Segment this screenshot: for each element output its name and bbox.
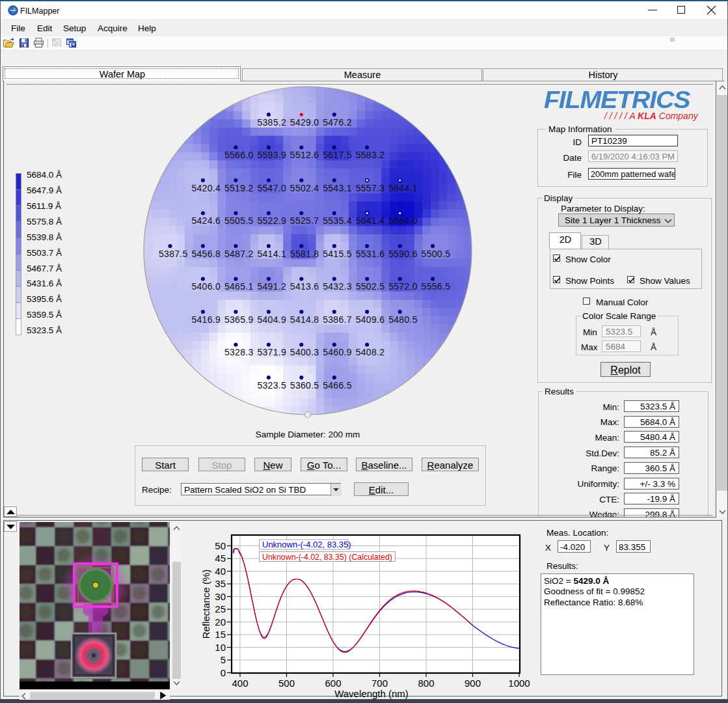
svg-text:Unknown-(-4.02, 83.35): Unknown-(-4.02, 83.35) [262, 540, 351, 549]
svg-text:0: 0 [221, 667, 226, 678]
svg-text:5: 5 [221, 654, 226, 665]
svg-text:45: 45 [215, 553, 226, 564]
svg-text:10: 10 [215, 642, 226, 653]
svg-text:30: 30 [215, 591, 226, 602]
svg-text:50: 50 [215, 540, 226, 551]
svg-text:1000: 1000 [508, 678, 530, 689]
svg-text:40: 40 [215, 566, 226, 577]
svg-text:500: 500 [278, 678, 295, 689]
svg-text:25: 25 [215, 603, 226, 614]
svg-text:35: 35 [215, 578, 226, 589]
svg-text:400: 400 [232, 678, 248, 689]
svg-text:600: 600 [325, 678, 341, 689]
svg-text:800: 800 [418, 678, 434, 689]
svg-text:20: 20 [215, 616, 226, 627]
svg-text:Unknown-(-4.02, 83.35) (Calcul: Unknown-(-4.02, 83.35) (Calculated) [262, 552, 392, 562]
svg-text:900: 900 [465, 678, 481, 689]
svg-text:Reflectance (%): Reflectance (%) [200, 570, 211, 639]
svg-text:700: 700 [371, 678, 388, 689]
svg-text:Wavelength (nm): Wavelength (nm) [334, 688, 409, 699]
svg-text:15: 15 [215, 629, 226, 640]
